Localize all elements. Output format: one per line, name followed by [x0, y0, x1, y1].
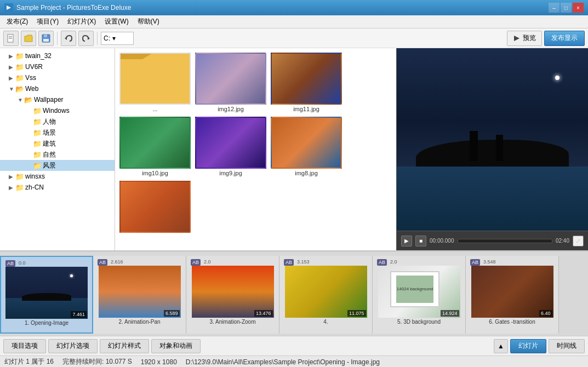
toolbar: C: ▾ 预览 发布显示	[0, 28, 588, 48]
undo-button[interactable]	[61, 31, 76, 46]
stop-button[interactable]: ■	[415, 236, 426, 246]
folder-icon: 📁	[33, 151, 42, 158]
preview-panel: ▶ ■ 00:00.000 02:40 ⤢	[396, 48, 588, 250]
slide-label-1: 1. Opening-Image	[25, 320, 68, 326]
slide-item-2[interactable]: AB 2.616 6.589 2. Animation-Pan	[93, 256, 186, 334]
maximize-button[interactable]: □	[561, 3, 572, 13]
toolbar-separator-1	[57, 32, 58, 45]
folder-icon: 📁	[15, 63, 24, 71]
preview-label: 预览	[523, 33, 536, 43]
preview-image-area	[397, 48, 588, 231]
tree-item-fengjing[interactable]: 📁 风景	[0, 160, 115, 171]
tree-item-web[interactable]: ▼ 📂 Web	[0, 83, 115, 94]
save-button[interactable]	[38, 31, 54, 46]
file-item-img7[interactable]	[119, 181, 191, 234]
slide-options-button[interactable]: 幻灯片选项	[48, 339, 98, 353]
ocean-decoration	[397, 167, 588, 231]
slide-item-5[interactable]: AB 2.0 14024 background 14.924 5. 3D bac…	[373, 256, 466, 334]
slide-image-4: 11.075	[285, 266, 367, 318]
timeline-strip[interactable]: AB 0.0 7.461 1. Opening-Image AB 2.616 6…	[0, 251, 588, 336]
slide-ab-2: AB	[98, 259, 107, 266]
tree-item-ziran[interactable]: 📁 自然	[0, 149, 115, 160]
tree-item-uv6r[interactable]: ▶ 📁 UV6R	[0, 61, 115, 72]
tree-item-windows[interactable]: 📁 Windows	[0, 105, 115, 116]
image-label-img9: img9.jpg	[219, 170, 242, 176]
sort-button[interactable]: ▲	[494, 339, 508, 353]
slide-image-5: 14024 background 14.924	[378, 266, 460, 318]
file-item-folder[interactable]: ...	[119, 53, 191, 112]
folder-icon: 📁	[15, 74, 24, 82]
folder-thumbnail	[119, 53, 191, 105]
slide-ab-6: AB	[470, 259, 480, 266]
slide-style-button[interactable]: 幻灯片样式	[100, 339, 149, 353]
expand-icon: ▼	[9, 86, 15, 92]
file-browser[interactable]: ... img12.jpg img11.jpg img10.jpg img9.j…	[115, 48, 396, 250]
image-thumbnail-img11	[271, 53, 342, 105]
image-thumbnail-img9	[195, 117, 266, 169]
path-box[interactable]: C: ▾	[101, 32, 134, 45]
slide-image-3: 13.476	[192, 266, 274, 318]
progress-bar[interactable]	[458, 239, 552, 243]
dropdown-arrow[interactable]: ▾	[112, 35, 116, 42]
file-tree[interactable]: ▶ 📁 twain_32 ▶ 📁 UV6R ▶ 📁 Vss ▼ 📂 Web ▼ …	[0, 48, 115, 250]
slide-time-1: 7.461	[71, 311, 87, 318]
minimize-button[interactable]: –	[549, 3, 560, 13]
image-label-img11: img11.jpg	[293, 106, 319, 112]
tree-item-renwu[interactable]: 📁 人物	[0, 116, 115, 127]
open-button[interactable]	[21, 31, 36, 46]
slide-ab-3: AB	[191, 259, 201, 266]
slideshow-button[interactable]: 幻灯片	[510, 339, 546, 353]
slide-label-6: 6. Gates -transition	[489, 319, 535, 325]
slide-num-3: 2.0	[204, 259, 211, 265]
object-animation-button[interactable]: 对象和动画	[151, 339, 201, 353]
slide-item-6[interactable]: AB 3.548 6.40 6. Gates -transition	[466, 256, 559, 334]
slide-item-4[interactable]: AB 3.153 11.075 4.	[279, 256, 373, 334]
file-item-img9[interactable]: img9.jpg	[195, 117, 266, 176]
tree-item-vss[interactable]: ▶ 📁 Vss	[0, 72, 115, 83]
tree-item-twain32[interactable]: ▶ 📁 twain_32	[0, 50, 115, 61]
window-controls: – □ ×	[549, 3, 584, 13]
slide-item-3[interactable]: AB 2.0 13.476 3. Animation-Zoom	[186, 256, 279, 334]
menu-slides[interactable]: 幻灯片(X)	[63, 16, 100, 27]
tree-item-wallpaper[interactable]: ▼ 📂 Wallpaper	[0, 94, 115, 105]
new-button[interactable]	[3, 31, 19, 46]
tree-item-jianzhu[interactable]: 📁 建筑	[0, 138, 115, 149]
folder-icon: 📁	[33, 107, 42, 114]
slide-label-5: 5. 3D background	[397, 319, 441, 325]
menu-publish[interactable]: 发布(Z)	[2, 16, 32, 27]
slide-item-1[interactable]: AB 0.0 7.461 1. Opening-Image	[0, 256, 93, 334]
close-button[interactable]: ×	[573, 3, 584, 13]
play-button[interactable]: ▶	[401, 236, 412, 246]
folder-icon: 📁	[15, 173, 24, 180]
menu-help[interactable]: 帮助(V)	[133, 16, 164, 27]
svg-rect-6	[44, 35, 47, 37]
fullscreen-button[interactable]: ⤢	[573, 236, 584, 246]
file-item-img12[interactable]: img12.jpg	[195, 53, 266, 112]
slide-ab-5: AB	[377, 259, 387, 266]
menu-project[interactable]: 项目(Y)	[32, 16, 63, 27]
duration-info: 完整持续时间: 10.077 S	[62, 357, 132, 366]
slide-time-2: 6.589	[164, 310, 180, 317]
svg-marker-8	[65, 37, 67, 40]
publish-button[interactable]: 发布显示	[544, 31, 585, 46]
slide-time-5: 14.924	[441, 310, 459, 317]
file-item-img8[interactable]: img8.jpg	[271, 117, 342, 176]
slide-label-4: 4.	[323, 319, 328, 325]
folder-icon: 📁	[33, 129, 42, 136]
tree-item-zhcn[interactable]: ▶ 📁 zh-CN	[0, 182, 115, 193]
image-thumbnail-img12	[195, 53, 266, 105]
redo-button[interactable]	[78, 31, 94, 46]
preview-button[interactable]: 预览	[507, 31, 542, 46]
expand-icon: ▶	[9, 53, 15, 59]
timeline-button[interactable]: 时间线	[549, 339, 585, 353]
image-thumbnail-img7	[119, 181, 191, 233]
slide-num-4: 3.153	[297, 259, 310, 265]
menu-settings[interactable]: 设置(W)	[100, 16, 133, 27]
file-item-img11[interactable]: img11.jpg	[271, 53, 342, 112]
folder-icon: 📁	[15, 184, 24, 191]
current-time: 00:00.000	[430, 238, 454, 244]
file-item-img10[interactable]: img10.jpg	[119, 117, 191, 176]
tree-item-changjing[interactable]: 📁 场景	[0, 127, 115, 138]
tree-item-winsxs[interactable]: ▶ 📁 winsxs	[0, 171, 115, 182]
project-options-button[interactable]: 项目选项	[3, 339, 46, 353]
